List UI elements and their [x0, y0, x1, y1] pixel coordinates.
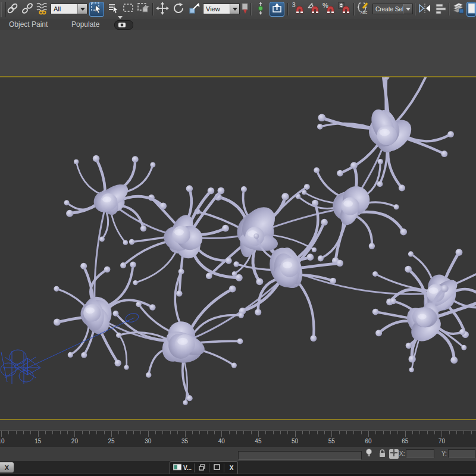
red-marker-icon — [241, 2, 249, 17]
window-bar-separator — [224, 464, 224, 472]
selected-wireframe-object[interactable] — [1, 312, 139, 384]
chevron-down-icon — [406, 8, 411, 11]
y-coordinate-label: Y: — [441, 450, 447, 457]
timeline-tick — [192, 431, 193, 434]
timeline-frame-label: 20 — [71, 438, 78, 444]
bind-to-space-warp-button[interactable] — [35, 2, 49, 17]
white-panel-icon — [467, 2, 475, 17]
select-by-name-button[interactable] — [106, 2, 121, 17]
neuron-object[interactable] — [54, 262, 156, 370]
camera-dropdown-icon[interactable] — [114, 20, 133, 30]
timeline-tick — [1, 431, 2, 437]
timeline-tick — [148, 431, 149, 437]
select-and-scale-button[interactable] — [187, 2, 202, 17]
select-and-link-button[interactable] — [5, 2, 20, 17]
reference-coordinate-system-dropdown[interactable]: View — [203, 4, 240, 14]
timeline-tick — [383, 431, 384, 434]
main-toolbar: All — [0, 0, 476, 20]
stacked-bars-icon — [434, 2, 447, 17]
selection-lock-toggle-button[interactable] — [377, 449, 387, 459]
select-and-rotate-button[interactable] — [171, 2, 186, 17]
use-pivot-point-center-button[interactable] — [253, 2, 268, 17]
timeline-frame-label: 60 — [365, 438, 371, 444]
neuron-object[interactable] — [317, 77, 454, 191]
docked-close-button[interactable]: X — [0, 462, 14, 473]
dropdown-arrow-button[interactable] — [230, 4, 239, 14]
timeline-tick — [8, 431, 9, 434]
timeline-tick — [133, 431, 134, 434]
manage-layers-button[interactable] — [450, 2, 465, 17]
magnet-angle-icon — [306, 1, 321, 18]
toolbar-separator — [415, 3, 416, 15]
timeline-tick — [170, 431, 171, 434]
select-and-manipulate-button[interactable] — [270, 2, 284, 17]
timeline-tick — [52, 431, 53, 434]
ribbon-tab-populate[interactable]: Populate — [71, 20, 114, 29]
x-coordinate-input[interactable] — [406, 449, 434, 458]
snap-toggle-3d-button[interactable]: 3 — [290, 2, 305, 17]
timeline-tick — [353, 431, 354, 434]
absolute-mode-transform-button[interactable] — [389, 449, 399, 459]
chevron-down-icon — [80, 8, 85, 11]
neuron-object[interactable] — [120, 185, 243, 296]
timeline-tick — [427, 431, 428, 434]
status-prompt-field[interactable] — [238, 451, 362, 460]
timeline-tick — [251, 431, 252, 434]
timeline-tick — [295, 431, 296, 437]
select-object-button[interactable] — [89, 2, 104, 17]
close-window-button[interactable]: X — [227, 464, 236, 472]
timeline-tick — [199, 431, 200, 434]
spinner-snap-toggle-button[interactable] — [337, 2, 352, 17]
percent-snap-toggle-button[interactable]: % — [321, 2, 336, 17]
timeline-tick — [236, 431, 237, 434]
clipped-toolbar-button[interactable] — [240, 2, 250, 17]
timeline-gap — [0, 420, 476, 430]
named-selection-sets-dropdown[interactable]: Create Selection Se — [372, 4, 413, 14]
dashed-rect-icon — [122, 2, 135, 17]
timeline-tick — [397, 431, 398, 434]
magnet-percent-icon: % — [322, 1, 336, 18]
timeline-tick — [441, 431, 442, 437]
toggle-scene-explorer-button[interactable] — [466, 2, 476, 17]
y-coordinate-input[interactable] — [448, 449, 475, 458]
rectangular-selection-region-button[interactable] — [121, 2, 136, 17]
edit-named-selection-sets-button[interactable]: ABC — [356, 2, 371, 17]
dashed-rect-cube-icon — [137, 2, 150, 17]
timeline-tick — [185, 431, 186, 437]
timeline-frame-label: 15 — [35, 438, 41, 444]
timeline-tick — [346, 431, 347, 434]
viewport[interactable] — [0, 77, 476, 419]
timeline-tick — [287, 431, 288, 434]
angle-snap-toggle-button[interactable] — [306, 2, 321, 17]
wireframe-edge — [1, 352, 7, 382]
timeline-tick — [67, 431, 68, 434]
timeline-tick — [30, 431, 31, 434]
minimized-window-bar[interactable]: V... X — [170, 461, 238, 474]
align-button[interactable] — [433, 2, 448, 17]
unlink-selection-button[interactable] — [20, 2, 35, 17]
timeline-frame-label: 65 — [402, 438, 408, 444]
chevron-down-icon — [233, 8, 237, 11]
selection-filter-dropdown[interactable]: All — [51, 4, 87, 14]
mirror-button[interactable] — [417, 2, 432, 17]
broken-chain-icon — [21, 2, 34, 17]
restore-window-button[interactable] — [197, 464, 206, 472]
dropdown-arrow-button[interactable] — [77, 4, 87, 14]
named-selection-sets-value: Create Selection Se — [373, 6, 403, 12]
select-and-move-button[interactable] — [155, 2, 170, 17]
neuron-object[interactable] — [64, 155, 167, 245]
maximize-window-button[interactable] — [212, 464, 221, 472]
chain-link-icon — [6, 2, 19, 17]
timeline-tick — [361, 431, 362, 434]
timeline-ruler[interactable]: 10152025303540455055606570 — [0, 430, 476, 447]
list-cursor-icon — [107, 2, 120, 17]
timeline-tick — [214, 431, 215, 434]
wireframe-edge — [19, 370, 33, 382]
dropdown-arrow-button[interactable] — [403, 4, 412, 14]
timeline-tick — [405, 431, 406, 437]
box-up-arrow-icon — [271, 2, 283, 17]
window-crossing-toggle-button[interactable] — [136, 2, 151, 17]
timeline-frame-label: 40 — [218, 438, 225, 444]
ribbon-tab-object-paint[interactable]: Object Paint — [9, 20, 71, 29]
key-mode-toggle-button[interactable] — [364, 449, 374, 459]
